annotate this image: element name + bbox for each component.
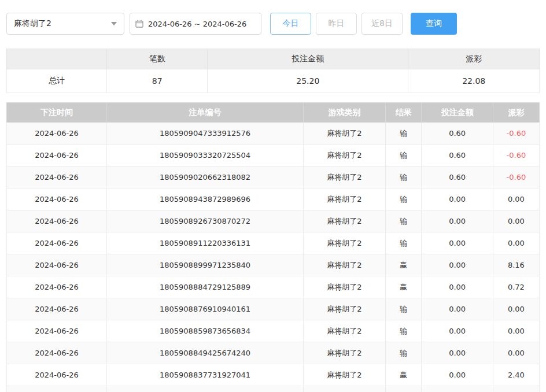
cell-bet-time: 2024-06-26 <box>7 364 107 386</box>
cell-order-id: 1805908837731927041 <box>107 364 304 386</box>
cell-game-type: 麻将胡了2 <box>303 364 385 386</box>
cell-payout: 2.40 <box>493 364 539 386</box>
table-row: 2024-06-26 1805908926730870272 麻将胡了2 输 0… <box>7 210 540 232</box>
cell-result: 输 <box>385 210 422 232</box>
table-row: 2024-06-26 1805908899971235840 麻将胡了2 赢 0… <box>7 254 540 276</box>
cell-payout: 0.00 <box>493 320 539 342</box>
cell-order-id: 1805909020662318082 <box>107 167 304 188</box>
cell-game-type: 麻将胡了2 <box>303 145 385 167</box>
date-range-value: 2024-06-26 ~ 2024-06-26 <box>148 20 246 28</box>
cell-game-type: 麻将胡了2 <box>303 276 385 298</box>
cell-bet-amount: 0.00 <box>422 276 493 298</box>
chevron-down-icon <box>111 22 117 25</box>
table-row: 2024-06-26 1805908837731927041 麻将胡了2 赢 0… <box>7 364 540 386</box>
table-row: 2024-06-26 1805908859873656834 麻将胡了2 输 0… <box>7 320 540 342</box>
cell-bet-amount: 0.00 <box>422 254 493 276</box>
cell-bet-amount: 0.00 <box>422 210 493 232</box>
records-header-row: 下注时间 注单编号 游戏类别 结果 投注金额 派彩 <box>7 103 540 123</box>
cell-bet-amount: 0.00 <box>422 342 493 364</box>
summary-header-bet-amount: 投注金额 <box>208 49 408 69</box>
cell-bet-time: 2024-06-26 <box>7 145 107 167</box>
cell-bet-time: 2024-06-26 <box>7 342 107 364</box>
cell-bet-amount: 0.00 <box>422 298 493 320</box>
cell-bet-amount: 0.60 <box>422 123 493 145</box>
summary-total-label: 总计 <box>7 69 107 93</box>
toolbar: 麻将胡了2 2024-06-26 ~ 2024-06-26 今日 昨日 近8日 … <box>6 13 540 35</box>
summary-table: 笔数 投注金额 派彩 总计 87 25.20 22.08 <box>6 49 540 93</box>
header-result: 结果 <box>385 103 422 123</box>
cell-game-type: 麻将胡了2 <box>303 167 385 188</box>
last-8-days-button[interactable]: 近8日 <box>361 13 403 35</box>
header-bet-time: 下注时间 <box>7 103 107 123</box>
header-order-id: 注单编号 <box>107 103 304 123</box>
cell-result: 赢 <box>385 276 422 298</box>
cell-order-id: 1805908884729125889 <box>107 276 304 298</box>
summary-total-bet-amount: 25.20 <box>208 69 408 93</box>
cell-game-type: 麻将胡了2 <box>303 254 385 276</box>
cell-result: 输 <box>385 320 422 342</box>
cell-game-type: 麻将胡了2 <box>303 210 385 232</box>
cell-order-id: 1805908876910940161 <box>107 298 304 320</box>
cell-result: 输 <box>385 145 422 167</box>
cell-result: 输 <box>385 232 422 254</box>
table-row: 2024-06-26 1805908876910940161 麻将胡了2 输 0… <box>7 298 540 320</box>
game-select-value: 麻将胡了2 <box>14 19 51 29</box>
cell-bet-amount: 0.00 <box>422 364 493 386</box>
cell-result: 输 <box>385 188 422 210</box>
table-row: 2024-06-26 1805909047333912576 麻将胡了2 输 0… <box>7 123 540 145</box>
cell-order-id: 1805908849425674240 <box>107 342 304 364</box>
date-range-input[interactable]: 2024-06-26 ~ 2024-06-26 <box>130 13 261 35</box>
summary-header-count: 笔数 <box>107 49 208 69</box>
cell-bet-time: 2024-06-26 <box>7 298 107 320</box>
cell-bet-time: 2024-06-26 <box>7 320 107 342</box>
table-row: 2024-06-26 1805908849425674240 麻将胡了2 输 0… <box>7 342 540 364</box>
cell-game-type: 麻将胡了2 <box>303 342 385 364</box>
cell-bet-amount: 0.00 <box>422 320 493 342</box>
cell-order-id: 1805908911220336131 <box>107 232 304 254</box>
cell-order-id: 1805908899971235840 <box>107 254 304 276</box>
cell-result: 输 <box>385 167 422 188</box>
cell-result: 赢 <box>385 364 422 386</box>
cell-payout: -0.60 <box>493 123 539 145</box>
records-table: 下注时间 注单编号 游戏类别 结果 投注金额 派彩 2024-06-26 180… <box>6 102 540 392</box>
cell-order-id: 1805908859873656834 <box>107 320 304 342</box>
cell-game-type: 麻将胡了2 <box>303 123 385 145</box>
cell-payout: 0.00 <box>493 188 539 210</box>
cell-bet-amount: 0.60 <box>422 167 493 188</box>
header-bet-amount: 投注金额 <box>422 103 493 123</box>
header-game-type: 游戏类别 <box>303 103 385 123</box>
cell-order-id: 1805908926730870272 <box>107 210 304 232</box>
cell-payout: -0.60 <box>493 167 539 188</box>
cell-payout: -0.60 <box>493 145 539 167</box>
summary-header-payout: 派彩 <box>408 49 540 69</box>
table-row: 2024-06-26 1805908911220336131 麻将胡了2 输 0… <box>7 232 540 254</box>
cell-result: 输 <box>385 123 422 145</box>
cell-payout: 0.00 <box>493 210 539 232</box>
summary-total-count: 87 <box>107 69 208 93</box>
today-button[interactable]: 今日 <box>270 13 311 35</box>
cell-bet-time: 2024-06-26 <box>7 188 107 210</box>
cell-payout: 0.00 <box>493 298 539 320</box>
partial-row <box>7 386 540 392</box>
yesterday-button[interactable]: 昨日 <box>316 13 357 35</box>
cell-bet-time: 2024-06-26 <box>7 167 107 188</box>
cell-bet-amount: 0.00 <box>422 232 493 254</box>
table-row: 2024-06-26 1805908884729125889 麻将胡了2 赢 0… <box>7 276 540 298</box>
calendar-icon <box>135 20 143 28</box>
cell-bet-time: 2024-06-26 <box>7 254 107 276</box>
cell-game-type: 麻将胡了2 <box>303 188 385 210</box>
cell-bet-amount: 0.00 <box>422 188 493 210</box>
records-body: 2024-06-26 1805909047333912576 麻将胡了2 输 0… <box>7 123 540 392</box>
cell-order-id: 1805908943872989696 <box>107 188 304 210</box>
table-row: 2024-06-26 1805908943872989696 麻将胡了2 输 0… <box>7 188 540 210</box>
cell-bet-time: 2024-06-26 <box>7 232 107 254</box>
summary-header-row: 笔数 投注金额 派彩 <box>7 49 540 69</box>
cell-bet-amount: 0.60 <box>422 145 493 167</box>
query-button[interactable]: 查询 <box>411 13 457 35</box>
cell-payout: 0.00 <box>493 342 539 364</box>
cell-order-id: 1805909033320725504 <box>107 145 304 167</box>
table-row: 2024-06-26 1805909020662318082 麻将胡了2 输 0… <box>7 167 540 188</box>
cell-game-type: 麻将胡了2 <box>303 298 385 320</box>
game-select[interactable]: 麻将胡了2 <box>6 13 124 35</box>
cell-game-type: 麻将胡了2 <box>303 320 385 342</box>
